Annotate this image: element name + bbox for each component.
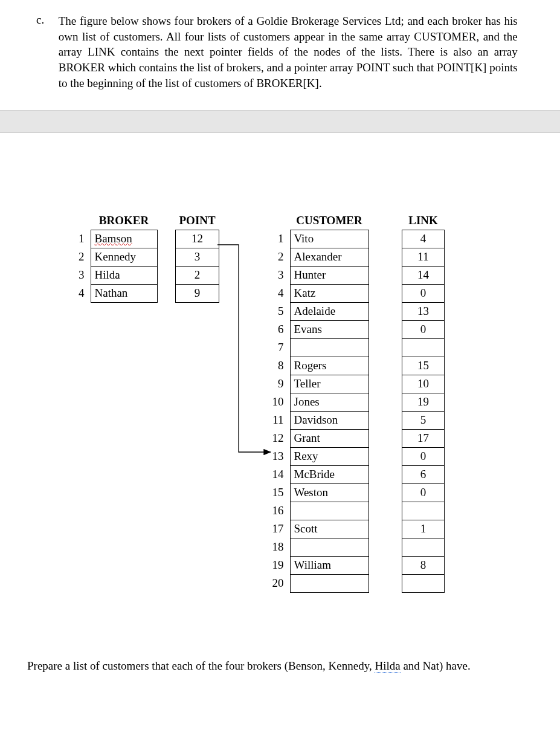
table-row: 11 [402,248,445,266]
question-paragraph: The figure below shows four brokers of a… [59,13,518,91]
table-row: 13Rexy [266,447,369,465]
table-row: 13 [402,302,445,320]
table-row: 4Nathan [66,284,157,302]
table-row: 11Davidson [266,411,369,429]
list-marker: c. [36,13,56,27]
table-row [402,538,445,556]
table-row [402,338,445,357]
table-row: 3Hilda [66,266,157,284]
broker-name: Nathan [91,284,157,302]
table-row: 10Jones [266,393,369,411]
table-row: 10 [402,375,445,393]
table-row: 9Teller [266,375,369,393]
table-row: 3 [176,248,219,266]
question-block: c. The figure below shows four brokers o… [0,0,560,97]
task-text-hilda: Hilda [375,659,400,673]
broker-name: Bamson [95,232,132,245]
table-row: 12 [176,230,219,248]
table-row: 17Scott [266,520,369,538]
point-header: POINT [176,212,219,230]
table-row: 20 [266,574,369,592]
table-row [402,502,445,520]
point-table: POINT 12 3 2 9 [175,212,219,303]
table-row: 18 [266,538,369,556]
table-row: 8 [402,556,445,574]
task-text-prefix: Prepare a list of customers that each of… [27,659,375,672]
table-row: 5 [402,411,445,429]
broker-name: Hilda [91,266,157,284]
table-row: 1Vito [266,230,369,248]
task-text-suffix: and Nat) have. [401,659,471,672]
table-row: 0 [402,320,445,338]
table-row: 1 [402,520,445,538]
link-table: LINK 4 11 14 0 13 0 15 10 19 5 17 0 6 0 … [402,212,445,593]
table-row: 12Grant [266,429,369,447]
table-row: 17 [402,429,445,447]
page-break-gap [0,110,560,133]
table-row: 0 [402,483,445,502]
table-row: 9 [176,284,219,302]
table-row: 15Weston [266,483,369,502]
table-row: 19William [266,556,369,574]
broker-name: Kennedy [91,248,157,266]
table-row: 0 [402,447,445,465]
table-row: 5Adelaide [266,302,369,320]
table-row: 14 [402,266,445,284]
broker-header: BROKER [91,212,157,230]
arrays-figure: BROKER 1Bamson 2Kennedy 3Hilda 4Nathan P… [0,212,560,647]
table-row: 0 [402,284,445,302]
table-row: 2Alexander [266,248,369,266]
table-row: 2Kennedy [66,248,157,266]
table-row: 4Katz [266,284,369,302]
task-question: Prepare a list of customers that each of… [0,647,560,692]
customer-table: CUSTOMER 1Vito 2Alexander 3Hunter 4Katz … [266,212,369,593]
customer-header: CUSTOMER [290,212,369,230]
table-row: 7 [266,338,369,357]
table-row: 15 [402,357,445,375]
table-row: 6Evans [266,320,369,338]
table-row: 4 [402,230,445,248]
table-row: 19 [402,393,445,411]
link-header: LINK [402,212,445,230]
table-row: 3Hunter [266,266,369,284]
table-row [402,574,445,592]
table-row: 8Rogers [266,357,369,375]
table-row: 14McBride [266,465,369,483]
table-row: 2 [176,266,219,284]
table-row: 16 [266,502,369,520]
broker-table: BROKER 1Bamson 2Kennedy 3Hilda 4Nathan [66,212,158,303]
table-row: 1Bamson [66,230,157,248]
table-row: 6 [402,465,445,483]
